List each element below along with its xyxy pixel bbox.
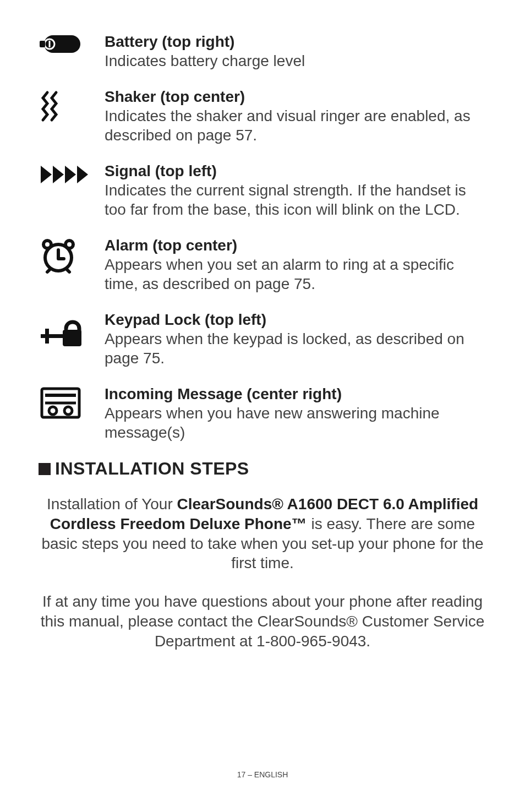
page-footer: 17 – ENGLISH bbox=[0, 770, 525, 779]
icon-text: Battery (top right) Indicates battery ch… bbox=[105, 32, 486, 70]
icon-row-keypad-lock: Keypad Lock (top left) Appears when the … bbox=[39, 310, 486, 368]
icon-row-incoming-message: Incoming Message (center right) Appears … bbox=[39, 384, 486, 442]
icon-desc: Indicates the current signal strength. I… bbox=[105, 182, 466, 218]
section-bullet-icon bbox=[39, 463, 51, 475]
intro-paragraph-2: If at any time you have questions about … bbox=[39, 592, 486, 651]
icon-desc: Appears when you set an alarm to ring at… bbox=[105, 256, 454, 292]
icon-desc: Appears when you have new answering mach… bbox=[105, 405, 440, 441]
section-title: INSTALLATION STEPS bbox=[55, 459, 249, 479]
icon-title: Signal (top left) bbox=[105, 162, 217, 179]
intro-paragraph-1: Installation of Your ClearSounds® A1600 … bbox=[39, 494, 486, 573]
icon-title: Keypad Lock (top left) bbox=[105, 311, 266, 328]
icon-row-shaker: Shaker (top center) Indicates the shaker… bbox=[39, 87, 486, 145]
icon-text: Alarm (top center) Appears when you set … bbox=[105, 236, 486, 293]
svg-point-5 bbox=[43, 241, 51, 248]
icon-text: Signal (top left) Indicates the current … bbox=[105, 161, 486, 219]
para1-lead: Installation of Your bbox=[47, 495, 177, 513]
svg-point-14 bbox=[64, 407, 72, 415]
icon-text: Shaker (top center) Indicates the shaker… bbox=[105, 87, 486, 145]
icon-desc: Indicates battery charge level bbox=[105, 52, 305, 69]
svg-rect-9 bbox=[45, 329, 49, 344]
icon-text: Keypad Lock (top left) Appears when the … bbox=[105, 310, 486, 368]
icon-desc: Appears when the keypad is locked, as de… bbox=[105, 330, 464, 367]
section-heading: INSTALLATION STEPS bbox=[39, 459, 486, 479]
icon-row-signal: Signal (top left) Indicates the current … bbox=[39, 161, 486, 219]
alarm-icon bbox=[39, 236, 105, 275]
icon-title: Battery (top right) bbox=[105, 33, 234, 50]
keypad-lock-icon bbox=[39, 310, 105, 350]
icon-text: Incoming Message (center right) Appears … bbox=[105, 384, 486, 442]
icon-title: Alarm (top center) bbox=[105, 237, 237, 254]
signal-icon bbox=[39, 161, 105, 186]
incoming-message-icon bbox=[39, 384, 105, 419]
svg-rect-8 bbox=[41, 334, 64, 338]
battery-icon bbox=[39, 32, 105, 54]
svg-point-13 bbox=[49, 407, 57, 415]
shaker-icon bbox=[39, 87, 105, 123]
svg-point-6 bbox=[65, 241, 73, 248]
icon-desc: Indicates the shaker and visual ringer a… bbox=[105, 107, 471, 144]
svg-rect-2 bbox=[49, 41, 51, 47]
icon-title: Shaker (top center) bbox=[105, 88, 245, 105]
icon-row-alarm: Alarm (top center) Appears when you set … bbox=[39, 236, 486, 293]
icon-row-battery: Battery (top right) Indicates battery ch… bbox=[39, 32, 486, 70]
icon-title: Incoming Message (center right) bbox=[105, 385, 342, 402]
svg-rect-7 bbox=[63, 330, 81, 346]
svg-rect-3 bbox=[40, 41, 45, 47]
